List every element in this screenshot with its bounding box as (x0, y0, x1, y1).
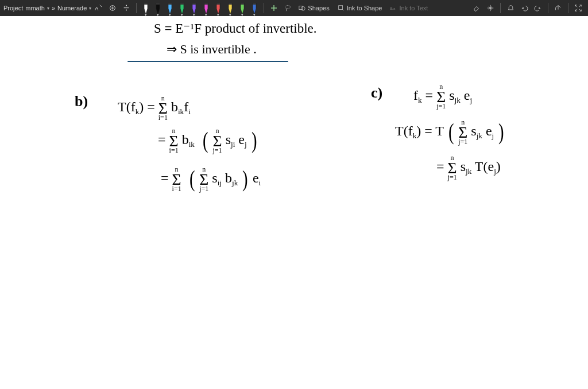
pen-tool-0[interactable]: ▾ (140, 1, 152, 15)
equation-text: T(fk) = T ( nΣj=1 sjk ej ) (395, 119, 505, 145)
separator (136, 3, 137, 13)
svg-point-4 (126, 9, 127, 10)
svg-rect-12 (229, 3, 232, 5)
redo-button[interactable] (532, 1, 544, 15)
separator (500, 3, 501, 13)
ink-to-text-button: aa Ink to Text (386, 1, 431, 15)
svg-point-2 (126, 5, 127, 6)
chevron-down-icon: ▾ (89, 6, 91, 11)
equation-text: S = E⁻¹F product of invertible. (154, 22, 317, 36)
pen-tool-8[interactable]: ▾ (237, 1, 248, 15)
equation-text: ⇒ S is invertible . (167, 42, 257, 56)
pen-tool-2[interactable]: ▾ (164, 1, 176, 15)
equation-text: T(fk) = nΣi=1 bikfi (118, 95, 191, 121)
svg-rect-11 (216, 3, 220, 5)
page-name: Numerade (57, 5, 87, 11)
divide-button[interactable] (120, 1, 133, 15)
breadcrumb-sep: » (52, 5, 55, 11)
separator (568, 3, 568, 13)
ink-to-shape-label: Ink to Shape (347, 5, 382, 11)
project-breadcrumb[interactable]: Project mmath ▾ » Numerade ▾ (3, 5, 91, 11)
undo-button[interactable] (518, 1, 531, 15)
eraser-button[interactable] (470, 1, 483, 15)
part-label: c) (371, 85, 382, 100)
whiteboard-canvas[interactable]: S = E⁻¹F product of invertible. ⇒ S is i… (0, 16, 588, 389)
chevron-down-icon: ▾ (47, 6, 49, 11)
shapes-label: Shapes (308, 5, 329, 11)
shapes-button[interactable]: Shapes (295, 1, 332, 15)
pen-tool-7[interactable]: ▾ (225, 1, 236, 15)
svg-text:a: a (393, 7, 396, 10)
pen-tool-3[interactable]: ▾ (176, 1, 188, 15)
part-label: b) (75, 94, 88, 109)
ruler-button[interactable] (484, 1, 497, 15)
add-button[interactable] (106, 1, 119, 15)
lasso-tool-button[interactable] (281, 1, 294, 15)
svg-rect-5 (144, 3, 148, 5)
svg-point-17 (301, 6, 305, 10)
svg-rect-13 (241, 3, 244, 5)
ink-to-shape-button[interactable]: Ink to Shape (334, 1, 386, 15)
add-pen-button[interactable] (268, 1, 280, 15)
separator (264, 3, 264, 13)
toolbar: Project mmath ▾ » Numerade ▾ A ▾▾▾▾▾▾▾▾▾… (0, 0, 588, 16)
notification-button[interactable] (504, 1, 517, 15)
svg-rect-6 (156, 3, 160, 5)
underline-stroke (127, 61, 288, 62)
pen-tool-9[interactable]: ▾ (249, 1, 260, 15)
svg-rect-10 (204, 3, 208, 5)
pen-tool-5[interactable]: ▾ (200, 1, 212, 15)
separator (548, 3, 548, 13)
svg-rect-8 (180, 3, 184, 5)
svg-text:a: a (390, 5, 393, 11)
svg-rect-18 (338, 6, 342, 10)
equation-text: = nΣi=1 bik ( nΣj=1 sji ej ) (158, 128, 258, 154)
svg-text:A: A (95, 5, 99, 11)
svg-rect-3 (124, 7, 129, 8)
svg-rect-7 (168, 3, 172, 5)
pen-tool-6[interactable]: ▾ (212, 1, 224, 15)
svg-rect-14 (253, 3, 256, 5)
equation-text: = nΣj=1 sjk T(ej) (436, 155, 501, 181)
pen-tool-4[interactable]: ▾ (188, 1, 200, 15)
project-name: mmath (25, 5, 45, 11)
text-tool-button[interactable]: A (92, 1, 105, 15)
svg-rect-9 (192, 3, 196, 5)
equation-text: = nΣi=1 ( nΣj=1 sij bjk ) ei (161, 166, 261, 192)
pen-tool-1[interactable]: ▾ (152, 1, 164, 15)
svg-point-15 (285, 5, 291, 9)
equation-text: fk = nΣj=1 sjk ej (413, 84, 472, 110)
project-label: Project (3, 5, 23, 11)
ink-to-text-label: Ink to Text (399, 5, 428, 11)
share-button[interactable] (552, 1, 564, 15)
collapse-button[interactable] (572, 1, 585, 15)
